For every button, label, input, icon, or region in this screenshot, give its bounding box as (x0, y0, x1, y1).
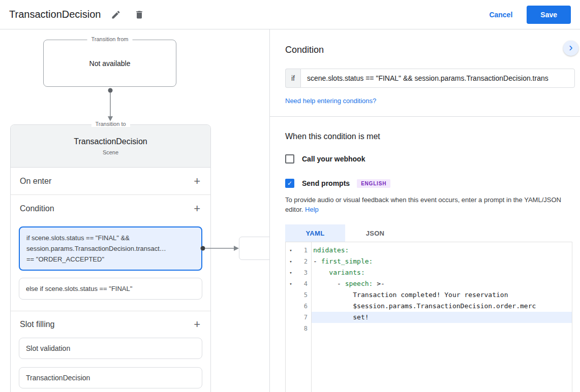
code-text: - speech: >- (311, 278, 572, 289)
condition-heading: Condition (285, 45, 575, 55)
scene-editor-page: TransactionDecision Cancel Save Transiti… (0, 0, 580, 392)
transition-to-label: Transition to (91, 121, 130, 127)
condition-help-link[interactable]: Need help entering conditions? (285, 97, 376, 105)
code-text: variants: (311, 267, 572, 278)
tab-yaml[interactable]: YAML (285, 224, 345, 242)
code-line[interactable]: 8 (286, 323, 572, 334)
detail-panel: › Condition if Need help entering condit… (270, 29, 580, 392)
webhook-label: Call your webhook (302, 155, 365, 163)
trash-icon (134, 10, 144, 20)
tab-json[interactable]: JSON (345, 224, 405, 242)
scene-subtitle: Scene (103, 149, 118, 155)
page-title: TransactionDecision (9, 9, 101, 20)
editor-tabs: YAML JSON (285, 224, 575, 242)
cancel-button[interactable]: Cancel (489, 11, 512, 19)
webhook-option: Call your webhook (285, 154, 575, 164)
code-line[interactable]: 5 Transaction completed! Your reservatio… (286, 289, 572, 301)
code-line[interactable]: ▾2- first_simple: (286, 256, 572, 267)
code-line[interactable]: 7 set! (286, 312, 572, 323)
transition-connector-arrow (105, 88, 115, 123)
language-badge: ENGLISH (357, 179, 390, 188)
send-prompts-checkbox[interactable]: ✓ (285, 179, 294, 188)
on-enter-section-header: On enter + (11, 168, 210, 195)
panel-divider (270, 116, 580, 117)
condition-connector-arrow (200, 244, 241, 253)
fold-spacer (286, 289, 296, 301)
code-text: ndidates: (311, 245, 572, 256)
scene-title: TransactionDecision (74, 137, 147, 146)
webhook-checkbox[interactable] (285, 154, 294, 164)
scene-card-header[interactable]: TransactionDecision Scene (11, 125, 210, 168)
line-number: 1 (296, 245, 311, 256)
prompt-description: To provide audio or visual feedback when… (285, 195, 575, 214)
line-number: 7 (296, 312, 311, 323)
yaml-editor[interactable]: ▾1ndidates:▾2- first_simple:▾3 variants:… (285, 242, 572, 392)
scene-card: Transition to TransactionDecision Scene … (10, 124, 211, 392)
code-line[interactable]: ▾3 variants: (286, 267, 572, 278)
line-number: 8 (296, 323, 311, 334)
fold-arrow-icon[interactable]: ▾ (286, 256, 296, 267)
condition-item[interactable]: else if scene.slots.status == "FINAL" (19, 278, 202, 300)
slot-filling-label: Slot filling (20, 320, 54, 329)
code-text: Transaction completed! Your reservation (311, 289, 572, 301)
check-icon: ✓ (287, 180, 292, 187)
code-text: set! (311, 312, 572, 323)
add-slot-button[interactable]: + (193, 319, 201, 330)
fold-spacer (286, 312, 296, 323)
code-line[interactable]: 6 $session.params.TransactionDecision.or… (286, 301, 572, 312)
fold-arrow-icon[interactable]: ▾ (286, 267, 296, 278)
slot-item[interactable]: Slot validation (19, 338, 202, 359)
line-number: 4 (296, 278, 311, 289)
when-condition-met-heading: When this condition is met (285, 132, 575, 141)
collapse-panel-button[interactable]: › (563, 41, 578, 56)
fold-arrow-icon[interactable]: ▾ (286, 245, 296, 256)
condition-input[interactable] (300, 69, 575, 88)
add-on-enter-button[interactable]: + (193, 176, 201, 187)
code-line[interactable]: ▾1ndidates: (286, 245, 572, 256)
fold-spacer (286, 323, 296, 334)
transition-from-label: Transition from (87, 36, 133, 42)
line-number: 2 (296, 256, 311, 267)
send-prompts-label: Send prompts (302, 179, 350, 187)
chevron-right-icon: › (569, 41, 572, 54)
code-text: $session.params.TransactionDecision.orde… (311, 301, 572, 312)
condition-section-header: Condition + (11, 195, 210, 222)
slot-filling-section-header: Slot filling + (11, 311, 210, 338)
prompt-description-text: To provide audio or visual feedback when… (285, 196, 561, 213)
slot-item[interactable]: TransactionDecision (19, 367, 202, 388)
code-line[interactable]: ▾4 - speech: >- (286, 278, 572, 289)
fold-arrow-icon[interactable]: ▾ (286, 278, 296, 289)
transition-from-value: Not available (89, 59, 131, 68)
send-prompts-option: ✓ Send prompts ENGLISH (285, 179, 575, 188)
pencil-icon (111, 10, 121, 20)
condition-item-selected[interactable]: if scene.slots.status == "FINAL" && sess… (19, 226, 202, 271)
add-condition-button[interactable]: + (193, 203, 201, 214)
line-number: 5 (296, 289, 311, 301)
on-enter-label: On enter (20, 177, 51, 186)
help-link[interactable]: Help (305, 206, 319, 213)
transition-from-box: Transition from Not available (43, 40, 176, 87)
delete-scene-button[interactable] (131, 7, 147, 23)
fold-spacer (286, 301, 296, 312)
gutter-divider (311, 242, 312, 392)
save-button[interactable]: Save (527, 6, 571, 24)
top-bar: TransactionDecision Cancel Save (0, 0, 580, 29)
scene-canvas: Transition from Not available Transition… (0, 29, 270, 392)
condition-input-row: if (285, 69, 575, 88)
line-number: 3 (296, 267, 311, 278)
if-label: if (285, 69, 300, 88)
transition-target-box[interactable] (239, 237, 270, 260)
code-text: - first_simple: (311, 256, 572, 267)
condition-section-label: Condition (20, 204, 54, 213)
code-text (311, 323, 572, 334)
edit-title-button[interactable] (108, 7, 124, 23)
line-number: 6 (296, 301, 311, 312)
